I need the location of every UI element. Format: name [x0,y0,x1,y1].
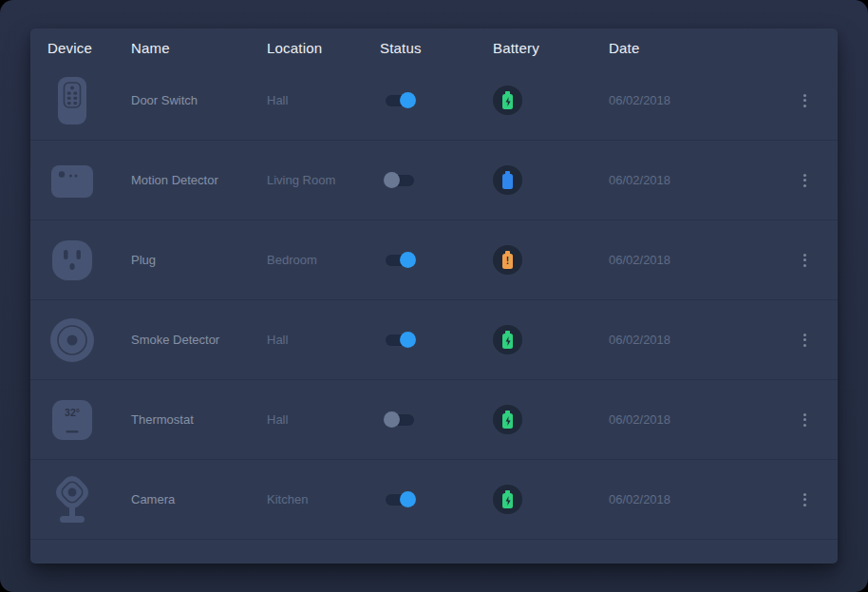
charging-bolt-icon [505,416,511,426]
device-date: 06/02/2018 [609,173,789,187]
kebab-menu-icon[interactable] [800,250,810,271]
device-icon-cell [47,75,97,126]
column-header-battery: Battery [493,40,609,56]
status-toggle[interactable] [386,172,414,188]
table-row: 32° Thermostat Hall [30,380,838,460]
device-location: Hall [267,93,380,107]
device-name: Thermostat [131,412,267,427]
actions-cell [789,330,821,351]
device-name: Camera [131,492,267,506]
status-toggle[interactable] [386,491,414,507]
battery-indicator [493,485,522,514]
device-date: 06/02/2018 [609,492,789,506]
actions-cell [789,90,821,111]
device-icon-cell: 32° [47,399,97,441]
kebab-menu-icon[interactable] [800,330,810,351]
status-toggle[interactable] [386,332,414,348]
table-row: Plug Bedroom 06/02/2018 [30,220,838,300]
battery-body [502,254,513,269]
battery-cell [493,245,609,275]
door-switch-icon [56,75,88,126]
device-name: Smoke Detector [131,333,267,347]
toggle-knob [400,491,416,507]
battery-body [502,334,513,349]
device-icon-cell [47,474,97,525]
kebab-menu-icon[interactable] [800,170,810,191]
status-toggle[interactable] [386,252,414,268]
device-location: Hall [267,333,380,347]
actions-cell [789,250,821,271]
status-cell [380,491,493,507]
battery-indicator [493,165,522,195]
column-header-status: Status [380,40,493,56]
battery-body [502,493,513,508]
battery-body [502,174,513,189]
device-icon-cell [47,162,97,200]
battery-body [502,413,513,429]
warning-exclamation-icon [506,257,509,266]
device-name: Plug [131,253,267,267]
device-date: 06/02/2018 [609,253,789,267]
table-header-row: Device Name Location Status Battery Date [30,29,838,61]
device-location: Bedroom [267,253,380,267]
device-name: Door Switch [131,93,267,107]
battery-cell [493,86,609,115]
status-cell [380,411,493,428]
device-date: 06/02/2018 [609,93,789,107]
battery-indicator [493,325,522,354]
column-header-device: Device [47,40,131,56]
kebab-menu-icon[interactable] [800,489,810,510]
battery-cell [493,165,609,195]
camera-icon [49,474,95,525]
thermostat-icon: 32° [51,399,93,441]
device-date: 06/02/2018 [609,412,789,427]
device-name: Motion Detector [131,173,267,187]
device-location: Kitchen [267,492,380,506]
toggle-knob [400,252,416,268]
plug-icon [51,239,93,281]
battery-indicator [493,245,522,275]
column-header-date: Date [609,40,789,56]
status-toggle[interactable] [386,411,414,428]
battery-cell [493,485,609,514]
status-cell [380,172,493,188]
battery-indicator [493,405,522,434]
toggle-knob [384,172,400,188]
actions-cell [789,410,821,430]
device-location: Hall [267,412,380,427]
status-toggle[interactable] [386,92,414,108]
table-row: Motion Detector Living Room 06/02/2018 [30,141,838,220]
thermostat-temperature-label: 32° [65,406,80,417]
charging-bolt-icon [505,97,511,106]
device-icon-cell [47,239,97,281]
column-header-name: Name [131,40,267,56]
toggle-knob [400,92,416,108]
table-row: Smoke Detector Hall 06/02/2018 [30,300,838,380]
charging-bolt-icon [505,336,511,346]
toggle-knob [384,411,400,428]
table-row: Door Switch Hall 06/02/2018 [30,61,838,141]
motion-detector-icon [50,162,94,200]
kebab-menu-icon[interactable] [800,410,810,430]
battery-cell [493,405,609,434]
battery-indicator [493,86,522,115]
actions-cell [789,489,821,510]
kebab-menu-icon[interactable] [800,90,810,111]
device-location: Living Room [267,173,380,187]
device-date: 06/02/2018 [609,333,789,347]
toggle-knob [400,332,416,348]
status-cell [380,332,493,348]
device-icon-cell [47,317,97,363]
table-row: Camera Kitchen 06/02/2018 [30,460,838,540]
status-cell [380,252,493,268]
device-table-card: Device Name Location Status Battery Date… [30,29,838,563]
smoke-detector-icon [49,317,95,363]
battery-body [502,94,513,109]
status-cell [380,92,493,108]
battery-cell [493,325,609,354]
app-screen: Device Name Location Status Battery Date… [0,0,868,592]
actions-cell [789,170,821,191]
charging-bolt-icon [505,496,511,506]
column-header-location: Location [267,40,380,56]
